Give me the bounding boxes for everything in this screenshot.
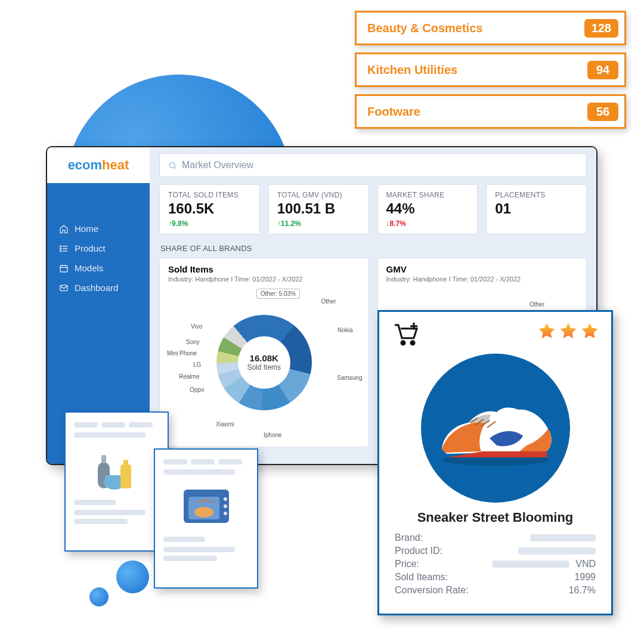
svg-rect-18	[123, 460, 128, 466]
category-name: Beauty & Cosmetics	[367, 21, 482, 35]
sidebar-item-label: Models	[75, 263, 103, 273]
star-icon	[580, 321, 599, 340]
section-title: SHARE OF ALL BRANDS	[160, 244, 586, 253]
cart-add-icon[interactable]	[391, 321, 420, 350]
oven-icon	[163, 479, 249, 531]
svg-point-22	[224, 497, 227, 501]
panel-sold-items: Sold Items Industry: Handphone I Time: 0…	[159, 258, 369, 447]
product-image	[421, 354, 570, 503]
product-row: Brand:	[391, 531, 599, 544]
star-icon	[537, 321, 556, 340]
category-count: 94	[587, 61, 618, 79]
sidebar-item-label: Dashboard	[75, 283, 118, 293]
star-icon	[559, 321, 578, 340]
category-name: Kitchen Utilities	[367, 63, 457, 77]
category-count: 56	[587, 103, 618, 121]
mail-icon	[59, 283, 69, 293]
svg-point-23	[224, 504, 227, 508]
product-row: Product ID:	[391, 544, 599, 558]
mini-card-beauty[interactable]	[64, 411, 169, 552]
brand-logo: ecomheat	[47, 147, 150, 183]
svg-point-25	[401, 341, 405, 345]
svg-rect-17	[120, 465, 131, 488]
category-bars: Beauty & Cosmetics 128 Kitchen Utilities…	[355, 11, 626, 129]
search-icon	[168, 161, 177, 170]
category-name: Footware	[367, 105, 420, 119]
product-row: Price:VND	[391, 558, 599, 571]
product-row: Conversion Rate:16.7%	[391, 584, 599, 597]
product-row: Sold Iteams:1999	[391, 571, 599, 584]
rating-stars	[537, 321, 599, 340]
category-bar[interactable]: Footware 56	[355, 94, 626, 129]
kpi-placements: PLACEMENTS 01	[486, 184, 587, 234]
svg-point-24	[224, 512, 227, 515]
sidebar-nav: Home Product Models Dashboard	[47, 183, 150, 298]
svg-point-21	[194, 507, 213, 518]
category-bar[interactable]: Beauty & Cosmetics 128	[355, 11, 626, 45]
kpi-market-share: MARKET SHARE 44% ↓8.7%	[377, 184, 478, 234]
kpi-gmv: TOTAL GMV (VND) 100.51 B ↑11.2%	[268, 184, 369, 234]
sidebar-item-dashboard[interactable]: Dashboard	[57, 278, 140, 298]
kpi-sold-items: TOTAL SOLD ITEMS 160.5K ↑9.8%	[159, 184, 260, 234]
product-title: Sneaker Street Blooming	[391, 510, 599, 525]
donut-chart: Other: 5.03% 16.08K Sold Items Other Nok…	[168, 286, 360, 438]
category-count: 128	[584, 19, 618, 38]
svg-point-11	[170, 162, 175, 168]
svg-point-26	[411, 341, 414, 345]
svg-point-3	[60, 246, 61, 247]
svg-line-12	[174, 167, 176, 169]
svg-rect-14	[101, 455, 106, 463]
chart-label: Other	[530, 301, 544, 308]
home-icon	[59, 224, 69, 234]
sidebar-item-models[interactable]: Models	[57, 258, 140, 278]
list-icon	[59, 244, 69, 253]
search-placeholder: Market Overview	[182, 160, 253, 171]
product-card[interactable]: Sneaker Street Blooming Brand: Product I…	[377, 310, 613, 615]
search-input[interactable]: Market Overview	[159, 153, 587, 177]
category-bar[interactable]: Kitchen Utilities 94	[355, 52, 626, 87]
sidebar-item-product[interactable]: Product	[57, 239, 140, 258]
calendar-icon	[59, 264, 69, 273]
kpi-row: TOTAL SOLD ITEMS 160.5K ↑9.8% TOTAL GMV …	[159, 184, 587, 234]
cosmetics-icon	[74, 442, 159, 494]
mini-card-kitchen[interactable]	[154, 448, 258, 589]
svg-point-4	[60, 248, 61, 249]
sidebar-item-label: Home	[75, 224, 98, 234]
sidebar-item-home[interactable]: Home	[57, 219, 140, 239]
svg-point-5	[60, 250, 61, 252]
svg-rect-6	[60, 265, 67, 272]
sidebar-item-label: Product	[75, 243, 106, 253]
